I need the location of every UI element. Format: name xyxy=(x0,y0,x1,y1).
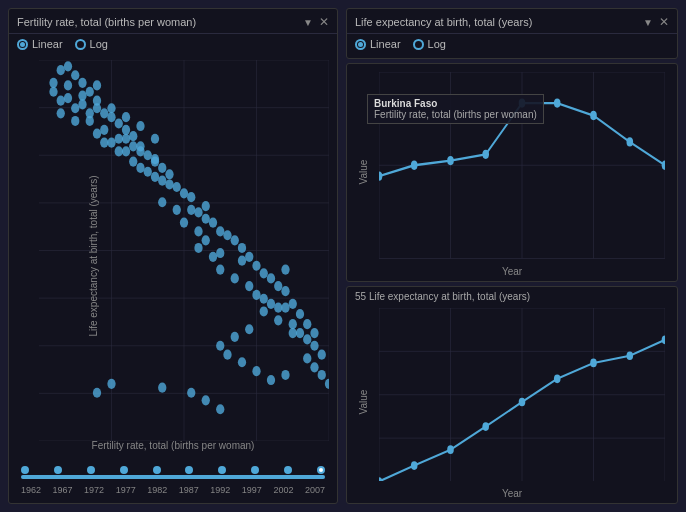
svg-point-158 xyxy=(379,171,382,180)
right-panel-header: Life expectancy at birth, total (years) … xyxy=(347,9,677,34)
left-panel: Fertility rate, total (births per woman)… xyxy=(8,8,338,504)
left-log-radio[interactable]: Log xyxy=(75,38,108,50)
svg-point-45 xyxy=(144,150,152,160)
svg-point-106 xyxy=(93,96,101,106)
svg-point-139 xyxy=(187,388,195,398)
svg-point-108 xyxy=(122,112,130,122)
svg-point-190 xyxy=(482,422,489,431)
svg-point-62 xyxy=(209,217,217,227)
right-log-label: Log xyxy=(428,38,446,50)
svg-point-116 xyxy=(115,146,123,156)
slider-label-1972: 1972 xyxy=(84,485,104,495)
svg-point-30 xyxy=(78,78,86,88)
svg-point-103 xyxy=(86,108,94,118)
svg-point-121 xyxy=(303,353,311,363)
right-dropdown-icon[interactable]: ▼ xyxy=(643,17,653,28)
svg-point-83 xyxy=(310,341,318,351)
right-linear-radio[interactable]: Linear xyxy=(355,38,401,50)
slider-dot-1967[interactable] xyxy=(54,466,62,474)
year-slider-container: 1962 1967 1972 1977 1982 1987 1992 1997 … xyxy=(9,471,337,503)
svg-point-193 xyxy=(590,358,597,367)
svg-point-59 xyxy=(136,163,144,173)
svg-point-79 xyxy=(303,319,311,329)
svg-point-114 xyxy=(71,116,79,126)
top-y-label: Value xyxy=(358,160,369,185)
right-linear-radio-circle xyxy=(355,39,366,50)
top-x-label: Year xyxy=(502,266,522,277)
svg-point-69 xyxy=(245,252,253,262)
left-radio-group: Linear Log xyxy=(9,34,337,54)
right-close-button[interactable]: ✕ xyxy=(659,15,669,29)
left-linear-radio-circle xyxy=(17,39,28,50)
svg-point-125 xyxy=(194,226,202,236)
slider-dot-1962[interactable] xyxy=(21,466,29,474)
svg-point-63 xyxy=(216,226,224,236)
svg-point-68 xyxy=(187,205,195,215)
svg-point-141 xyxy=(216,404,224,414)
svg-point-165 xyxy=(627,137,634,146)
slider-label-1967: 1967 xyxy=(53,485,73,495)
slider-dot-1987[interactable] xyxy=(185,466,193,474)
svg-point-191 xyxy=(519,397,526,406)
svg-point-117 xyxy=(151,154,159,164)
svg-point-43 xyxy=(115,134,123,144)
slider-dot-2007[interactable] xyxy=(317,466,325,474)
svg-point-98 xyxy=(289,319,297,329)
svg-point-27 xyxy=(57,65,65,75)
slider-labels: 1962 1967 1972 1977 1982 1987 1992 1997 … xyxy=(21,485,325,495)
svg-point-70 xyxy=(252,261,260,271)
svg-point-92 xyxy=(231,273,239,283)
right-panel: Life expectancy at birth, total (years) … xyxy=(346,8,678,504)
svg-point-140 xyxy=(202,395,210,405)
svg-point-100 xyxy=(49,87,57,97)
left-log-radio-circle xyxy=(75,39,86,50)
svg-point-88 xyxy=(107,379,115,389)
svg-point-75 xyxy=(238,256,246,266)
slider-label-1987: 1987 xyxy=(179,485,199,495)
svg-point-89 xyxy=(158,197,166,207)
svg-point-128 xyxy=(245,281,253,291)
svg-point-135 xyxy=(238,357,246,367)
svg-point-29 xyxy=(71,70,79,80)
svg-point-54 xyxy=(187,192,195,202)
svg-point-56 xyxy=(180,188,188,198)
svg-point-166 xyxy=(662,161,665,170)
slider-track[interactable] xyxy=(21,475,325,479)
svg-point-66 xyxy=(223,230,231,240)
svg-point-86 xyxy=(289,328,297,338)
slider-dot-1977[interactable] xyxy=(120,466,128,474)
svg-point-95 xyxy=(281,303,289,313)
left-y-axis-label: Life expectancy at birth, total (years) xyxy=(88,175,99,336)
svg-point-195 xyxy=(662,335,665,344)
svg-point-138 xyxy=(281,370,289,380)
svg-point-162 xyxy=(519,98,526,107)
svg-point-187 xyxy=(379,477,382,481)
svg-point-32 xyxy=(93,80,101,90)
slider-dot-1992[interactable] xyxy=(218,466,226,474)
svg-point-42 xyxy=(100,125,108,135)
slider-dot-1972[interactable] xyxy=(87,466,95,474)
slider-dot-1982[interactable] xyxy=(153,466,161,474)
svg-point-82 xyxy=(260,294,268,304)
slider-dot-1997[interactable] xyxy=(251,466,259,474)
svg-point-163 xyxy=(554,98,561,107)
svg-point-161 xyxy=(482,150,489,159)
right-log-radio[interactable]: Log xyxy=(413,38,446,50)
svg-point-93 xyxy=(252,290,260,300)
svg-point-111 xyxy=(122,134,130,144)
left-dropdown-icon[interactable]: ▼ xyxy=(303,17,313,28)
svg-point-102 xyxy=(71,103,79,113)
left-linear-radio[interactable]: Linear xyxy=(17,38,63,50)
left-linear-label: Linear xyxy=(32,38,63,50)
svg-point-49 xyxy=(107,137,115,147)
svg-point-107 xyxy=(107,103,115,113)
svg-point-55 xyxy=(202,201,210,211)
top-line-svg: 7 6.5 1960 1970 1980 1990 2000 xyxy=(379,72,665,259)
bottom-y-label: Value xyxy=(358,390,369,415)
slider-label-1997: 1997 xyxy=(242,485,262,495)
svg-point-40 xyxy=(129,131,137,141)
top-line-chart-panel: Burkina Faso Fertility rate, total (birt… xyxy=(346,63,678,282)
slider-label-1962: 1962 xyxy=(21,485,41,495)
slider-dot-2002[interactable] xyxy=(284,466,292,474)
left-close-button[interactable]: ✕ xyxy=(319,15,329,29)
